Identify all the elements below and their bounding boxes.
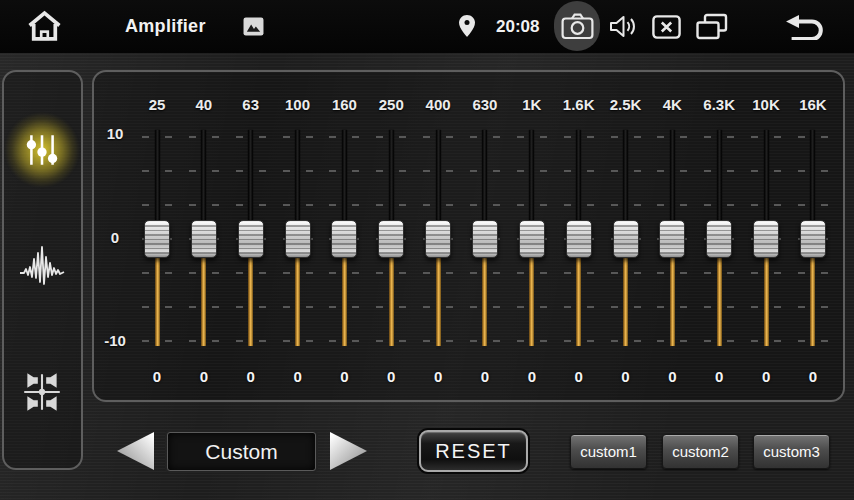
gallery-button[interactable] bbox=[243, 17, 264, 36]
band-slider[interactable] bbox=[415, 130, 462, 350]
recent-apps-icon bbox=[695, 13, 728, 41]
band-slider[interactable] bbox=[321, 130, 368, 350]
screenshot-button[interactable] bbox=[554, 1, 600, 51]
slider-knob[interactable] bbox=[566, 220, 592, 258]
custom1-button[interactable]: custom1 bbox=[570, 434, 647, 469]
scale-label-mid: 0 bbox=[97, 229, 133, 246]
eq-sliders-icon bbox=[24, 132, 60, 168]
eq-band: 63 0 bbox=[227, 72, 274, 400]
band-slider[interactable] bbox=[508, 130, 555, 350]
equalizer-panel: 10 0 -10 25 0 40 0 63 bbox=[92, 70, 845, 402]
band-value-label: 0 bbox=[134, 368, 181, 385]
band-value-label: 0 bbox=[461, 368, 508, 385]
eq-band: 10K 0 bbox=[743, 72, 790, 400]
band-frequency-label: 2.5K bbox=[602, 96, 649, 113]
preset-next-button[interactable] bbox=[330, 432, 367, 470]
home-button[interactable] bbox=[26, 10, 63, 43]
band-slider[interactable] bbox=[743, 130, 790, 350]
slider-knob[interactable] bbox=[191, 220, 217, 258]
amplifier-screen: Amplifier 20:08 bbox=[0, 0, 854, 500]
recent-apps-button[interactable] bbox=[695, 13, 728, 41]
band-slider[interactable] bbox=[696, 130, 743, 350]
slider-knob[interactable] bbox=[425, 220, 451, 258]
eq-band: 250 0 bbox=[368, 72, 415, 400]
band-frequency-label: 40 bbox=[180, 96, 227, 113]
slider-knob[interactable] bbox=[753, 220, 779, 258]
band-slider[interactable] bbox=[649, 130, 696, 350]
eq-band: 100 0 bbox=[274, 72, 321, 400]
band-value-label: 0 bbox=[649, 368, 696, 385]
slider-knob[interactable] bbox=[378, 220, 404, 258]
band-slider[interactable] bbox=[368, 130, 415, 350]
clock: 20:08 bbox=[496, 0, 539, 53]
sidebar-item-balance-fader[interactable] bbox=[13, 363, 71, 421]
home-icon bbox=[26, 10, 63, 43]
band-slider[interactable] bbox=[134, 130, 181, 350]
waveform-icon bbox=[18, 245, 66, 287]
custom3-label: custom3 bbox=[763, 443, 820, 460]
eq-band: 400 0 bbox=[415, 72, 462, 400]
preset-prev-button[interactable] bbox=[117, 432, 154, 470]
scale-label-min: -10 bbox=[97, 332, 133, 349]
band-value-label: 0 bbox=[321, 368, 368, 385]
preset-selected-label: Custom bbox=[205, 440, 277, 464]
band-slider[interactable] bbox=[461, 130, 508, 350]
slider-knob[interactable] bbox=[659, 220, 685, 258]
reset-button[interactable]: RESET bbox=[419, 430, 528, 472]
close-app-button[interactable] bbox=[652, 15, 681, 39]
slider-knob[interactable] bbox=[285, 220, 311, 258]
eq-band: 6.3K 0 bbox=[696, 72, 743, 400]
band-frequency-label: 16K bbox=[789, 96, 836, 113]
page-title: Amplifier bbox=[125, 0, 206, 53]
band-slider[interactable] bbox=[555, 130, 602, 350]
band-frequency-label: 6.3K bbox=[696, 96, 743, 113]
custom3-button[interactable]: custom3 bbox=[753, 434, 830, 469]
band-value-label: 0 bbox=[602, 368, 649, 385]
status-bar: Amplifier 20:08 bbox=[0, 0, 854, 53]
slider-knob[interactable] bbox=[472, 220, 498, 258]
speakers-balance-icon bbox=[19, 369, 65, 415]
sidebar-item-equalizer[interactable] bbox=[13, 121, 71, 179]
slider-knob[interactable] bbox=[331, 220, 357, 258]
band-value-label: 0 bbox=[789, 368, 836, 385]
slider-knob[interactable] bbox=[144, 220, 170, 258]
eq-band: 16K 0 bbox=[789, 72, 836, 400]
band-frequency-label: 100 bbox=[274, 96, 321, 113]
close-icon bbox=[652, 15, 681, 39]
slider-knob[interactable] bbox=[238, 220, 264, 258]
eq-band: 1K 0 bbox=[508, 72, 555, 400]
band-slider[interactable] bbox=[227, 130, 274, 350]
preset-selector[interactable]: Custom bbox=[167, 432, 316, 471]
band-slider[interactable] bbox=[274, 130, 321, 350]
slider-knob[interactable] bbox=[613, 220, 639, 258]
band-value-label: 0 bbox=[508, 368, 555, 385]
band-frequency-label: 1K bbox=[508, 96, 555, 113]
eq-band: 2.5K 0 bbox=[602, 72, 649, 400]
band-slider[interactable] bbox=[789, 130, 836, 350]
band-frequency-label: 10K bbox=[743, 96, 790, 113]
slider-knob[interactable] bbox=[800, 220, 826, 258]
eq-band: 1.6K 0 bbox=[555, 72, 602, 400]
slider-knob[interactable] bbox=[706, 220, 732, 258]
eq-band: 4K 0 bbox=[649, 72, 696, 400]
eq-band: 25 0 bbox=[134, 72, 181, 400]
back-button[interactable] bbox=[785, 15, 826, 40]
location-pin-icon bbox=[459, 15, 475, 37]
volume-button[interactable] bbox=[609, 14, 638, 39]
gallery-icon bbox=[243, 17, 264, 36]
band-slider[interactable] bbox=[180, 130, 227, 350]
band-value-label: 0 bbox=[743, 368, 790, 385]
custom2-button[interactable]: custom2 bbox=[662, 434, 739, 469]
custom1-label: custom1 bbox=[580, 443, 637, 460]
sidebar bbox=[2, 70, 83, 470]
slider-knob[interactable] bbox=[519, 220, 545, 258]
band-frequency-label: 25 bbox=[134, 96, 181, 113]
sidebar-item-sound-effects[interactable] bbox=[13, 237, 71, 295]
eq-band: 630 0 bbox=[461, 72, 508, 400]
reset-label: RESET bbox=[435, 440, 512, 463]
band-value-label: 0 bbox=[696, 368, 743, 385]
band-frequency-label: 4K bbox=[649, 96, 696, 113]
eq-band: 160 0 bbox=[321, 72, 368, 400]
band-slider[interactable] bbox=[602, 130, 649, 350]
camera-icon bbox=[561, 13, 594, 40]
